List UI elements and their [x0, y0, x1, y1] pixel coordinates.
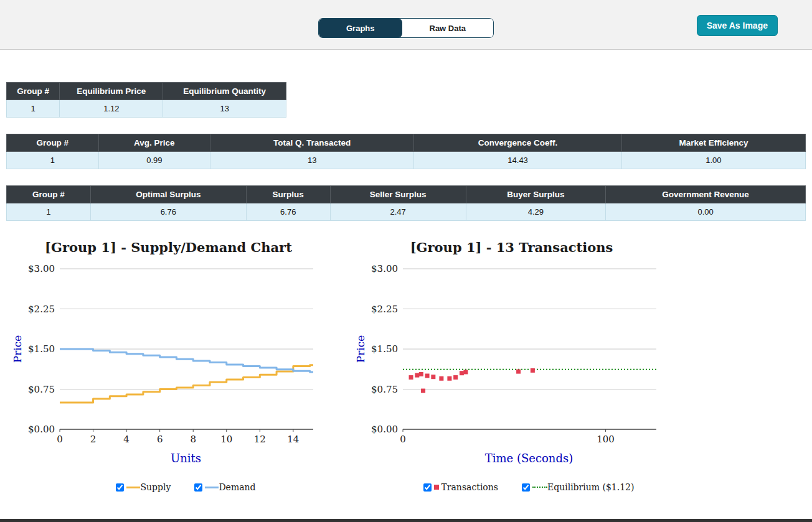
footer-bar: [0, 519, 812, 522]
svg-text:$3.00: $3.00: [371, 263, 398, 274]
svg-text:$3.00: $3.00: [28, 263, 55, 274]
summary-tables: Group # Equilibrium Price Equilibrium Qu…: [6, 82, 806, 221]
demand-checkbox[interactable]: [194, 483, 202, 492]
svg-text:Price: Price: [354, 335, 367, 363]
svg-text:2: 2: [90, 434, 97, 445]
table-cell: 1: [7, 203, 91, 221]
legend-label: Transactions: [441, 482, 498, 492]
chart-legend: Supply Demand: [11, 482, 326, 492]
table-header-row: Group # Equilibrium Price Equilibrium Qu…: [7, 83, 286, 100]
table-header-row: Group # Avg. Price Total Q. Transacted C…: [7, 134, 806, 152]
legend-item-demand[interactable]: Demand: [194, 482, 255, 492]
chart-legend: Transactions Equilibrium ($1.12): [354, 482, 669, 492]
svg-text:$0.00: $0.00: [371, 424, 398, 435]
column-header: Equilibrium Quantity: [163, 83, 286, 100]
svg-text:$1.50: $1.50: [28, 343, 55, 355]
equilibrium-checkbox[interactable]: [522, 483, 530, 492]
supply-checkbox[interactable]: [116, 483, 124, 492]
market-stats-table: Group # Avg. Price Total Q. Transacted C…: [6, 134, 806, 169]
table-header-row: Group # Optimal Surplus Surplus Seller S…: [7, 186, 806, 203]
transactions-plot: $0.00$0.75$1.50$2.25$3.000100Price: [354, 263, 669, 449]
svg-text:14: 14: [287, 434, 299, 445]
column-header: Avg. Price: [98, 134, 210, 152]
svg-text:8: 8: [190, 434, 196, 445]
legend-item-transactions[interactable]: Transactions: [423, 482, 498, 492]
svg-text:0: 0: [400, 434, 406, 445]
legend-label: Equilibrium ($1.12): [547, 482, 635, 492]
toolbar: Graphs Raw Data Save As Image: [0, 0, 812, 50]
save-as-image-button[interactable]: Save As Image: [697, 15, 778, 36]
column-header: Equilibrium Price: [60, 83, 163, 100]
supply-line-swatch: [126, 487, 140, 488]
tab-graphs[interactable]: Graphs: [319, 19, 402, 37]
svg-text:10: 10: [220, 434, 232, 445]
table-cell: 13: [210, 152, 414, 169]
column-header: Government Revenue: [606, 186, 806, 203]
tab-raw-data[interactable]: Raw Data: [402, 19, 493, 37]
table-cell: 6.76: [90, 203, 246, 221]
equilibrium-table: Group # Equilibrium Price Equilibrium Qu…: [6, 82, 286, 118]
column-header: Market Efficiency: [621, 134, 805, 152]
legend-label: Supply: [140, 482, 171, 492]
column-header: Buyer Surplus: [466, 186, 606, 203]
column-header: Optimal Surplus: [90, 186, 246, 203]
svg-text:$1.50: $1.50: [371, 343, 398, 355]
legend-item-supply[interactable]: Supply: [116, 482, 171, 492]
column-header: Seller Surplus: [330, 186, 466, 203]
table-cell: 0.00: [606, 203, 806, 221]
svg-text:0: 0: [57, 434, 63, 445]
transactions-checkbox[interactable]: [423, 483, 432, 492]
supply-demand-plot: $0.00$0.75$1.50$2.25$3.0002468101214Pric…: [11, 263, 326, 449]
surplus-table: Group # Optimal Surplus Surplus Seller S…: [6, 185, 806, 221]
table-row: 1 6.76 6.76 2.47 4.29 0.00: [7, 203, 806, 221]
x-axis-label: Time (Seconds): [354, 452, 669, 465]
table-cell: 4.29: [466, 203, 606, 221]
svg-text:Price: Price: [11, 335, 24, 363]
chart-title: [Group 1] - 13 Transactions: [354, 240, 669, 255]
svg-text:6: 6: [157, 434, 163, 445]
svg-text:100: 100: [597, 434, 615, 445]
table-cell: 13: [163, 100, 286, 118]
table-cell: 1: [7, 100, 60, 118]
equilibrium-line-swatch: [532, 487, 547, 488]
supply-demand-chart: [Group 1] - Supply/Demand Chart $0.00$0.…: [11, 240, 326, 492]
svg-text:12: 12: [254, 434, 266, 445]
charts-row: [Group 1] - Supply/Demand Chart $0.00$0.…: [11, 240, 812, 492]
svg-text:$2.25: $2.25: [28, 304, 55, 315]
transactions-chart: [Group 1] - 13 Transactions $0.00$0.75$1…: [354, 240, 669, 492]
table-cell: 1: [7, 152, 99, 169]
column-header: Convergence Coeff.: [414, 134, 622, 152]
table-cell: 14.43: [414, 152, 622, 169]
column-header: Group #: [7, 134, 99, 152]
legend-item-equilibrium[interactable]: Equilibrium ($1.12): [522, 482, 635, 492]
table-cell: 0.99: [98, 152, 210, 169]
svg-text:4: 4: [123, 434, 130, 445]
svg-text:$0.75: $0.75: [371, 384, 398, 395]
x-axis-label: Units: [11, 452, 326, 465]
view-tabs: Graphs Raw Data: [318, 18, 494, 38]
table-cell: 1.12: [60, 100, 163, 118]
column-header: Surplus: [246, 186, 330, 203]
legend-label: Demand: [219, 482, 255, 492]
table-cell: 6.76: [246, 203, 330, 221]
table-cell: 1.00: [621, 152, 805, 169]
svg-text:$0.75: $0.75: [28, 384, 55, 395]
table-row: 1 1.12 13: [7, 100, 286, 118]
demand-line-swatch: [205, 487, 219, 488]
table-row: 1 0.99 13 14.43 1.00: [7, 152, 806, 169]
table-cell: 2.47: [330, 203, 466, 221]
svg-text:$0.00: $0.00: [28, 424, 55, 435]
svg-text:$2.25: $2.25: [371, 304, 398, 315]
transactions-marker-swatch: [434, 485, 439, 490]
column-header: Total Q. Transacted: [210, 134, 414, 152]
column-header: Group #: [7, 186, 91, 203]
column-header: Group #: [7, 83, 60, 100]
chart-title: [Group 1] - Supply/Demand Chart: [11, 240, 326, 255]
